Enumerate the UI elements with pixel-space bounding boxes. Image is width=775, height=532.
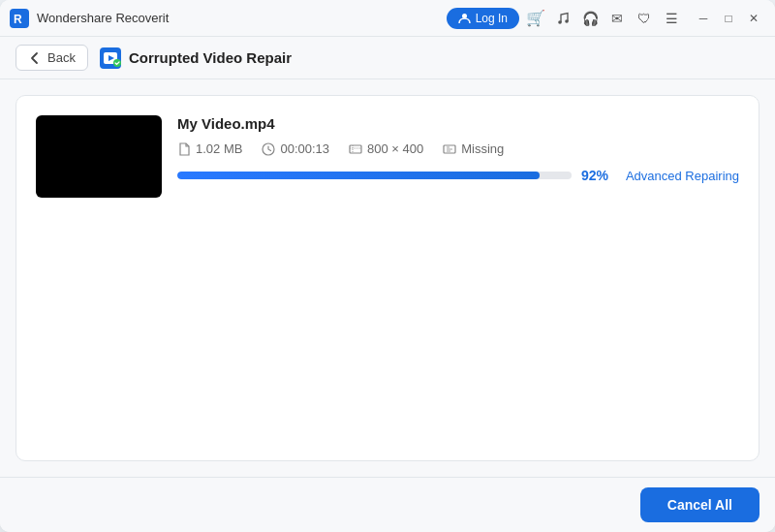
- maximize-button[interactable]: □: [717, 7, 740, 30]
- video-meta: 1.02 MB 00:00:13: [177, 141, 739, 156]
- user-icon: [458, 12, 471, 24]
- audio-meta: Missing: [443, 141, 504, 156]
- cart-icon[interactable]: 🛒: [525, 8, 546, 29]
- title-bar-right: Log In 🛒 🎧 ✉ 🛡 ☰ ─ □ ✕: [447, 7, 765, 30]
- app-logo-icon: R: [10, 9, 29, 28]
- title-bar: R Wondershare Recoverit Log In 🛒 🎧: [0, 0, 775, 37]
- app-window: R Wondershare Recoverit Log In 🛒 🎧: [0, 0, 775, 532]
- video-thumbnail: [36, 115, 162, 198]
- svg-point-4: [565, 19, 569, 23]
- login-button[interactable]: Log In: [447, 8, 519, 29]
- content-panel: My Video.mp4 1.02 MB: [16, 95, 760, 461]
- svg-rect-10: [350, 145, 361, 153]
- video-repair-nav-icon: [100, 47, 121, 69]
- title-bar-left: R Wondershare Recoverit: [10, 9, 169, 28]
- shield-icon[interactable]: 🛡: [634, 8, 655, 29]
- video-info: My Video.mp4 1.02 MB: [177, 115, 739, 183]
- music-note-icon: [555, 11, 571, 26]
- progress-bar-fill: [177, 172, 540, 179]
- back-button[interactable]: Back: [16, 45, 88, 71]
- svg-point-3: [558, 20, 562, 24]
- file-size-meta: 1.02 MB: [177, 141, 242, 156]
- cancel-all-button[interactable]: Cancel All: [640, 487, 760, 522]
- progress-row: 92% Advanced Repairing: [177, 168, 739, 183]
- svg-text:R: R: [14, 13, 22, 26]
- back-arrow-icon: [28, 51, 42, 65]
- menu-icon[interactable]: ☰: [661, 8, 682, 29]
- close-button[interactable]: ✕: [742, 7, 765, 30]
- duration-meta: 00:00:13: [262, 141, 329, 156]
- window-controls: ─ □ ✕: [692, 7, 765, 30]
- resolution-meta: 800 × 400: [349, 141, 423, 156]
- main-content: My Video.mp4 1.02 MB: [0, 79, 775, 477]
- headphones-icon[interactable]: 🎧: [579, 8, 601, 29]
- progress-percent: 92%: [581, 168, 616, 183]
- app-name-label: Wondershare Recoverit: [37, 11, 169, 25]
- footer: Cancel All: [0, 477, 775, 532]
- page-title: Corrupted Video Repair: [129, 49, 292, 66]
- dimension-icon: [349, 142, 362, 156]
- music-icon[interactable]: [552, 8, 574, 29]
- minimize-button[interactable]: ─: [692, 7, 715, 30]
- nav-title-group: Corrupted Video Repair: [100, 47, 292, 69]
- video-name: My Video.mp4: [177, 115, 739, 132]
- mail-icon[interactable]: ✉: [606, 8, 628, 29]
- nav-bar: Back Corrupted Video Repair: [0, 37, 775, 79]
- svg-point-8: [113, 59, 121, 67]
- progress-bar-container: [177, 172, 572, 179]
- advanced-repairing-link[interactable]: Advanced Repairing: [626, 169, 739, 183]
- video-item: My Video.mp4 1.02 MB: [36, 115, 739, 198]
- clock-icon: [262, 142, 275, 156]
- file-icon: [177, 142, 191, 156]
- audio-icon: [443, 142, 456, 156]
